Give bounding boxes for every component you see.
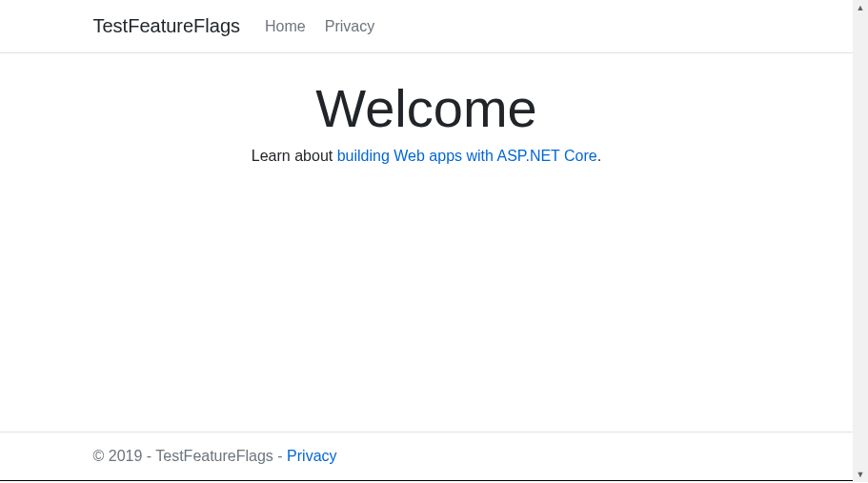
scroll-down-arrow-icon[interactable]: ▼ (853, 467, 868, 482)
nav-link-privacy[interactable]: Privacy (315, 10, 384, 43)
footer: © 2019 - TestFeatureFlags - Privacy (0, 432, 853, 480)
scroll-up-arrow-icon[interactable]: ▲ (853, 0, 868, 15)
nav-link-home[interactable]: Home (255, 10, 315, 43)
footer-privacy-link[interactable]: Privacy (287, 448, 336, 464)
main-content: Welcome Learn about building Web apps wi… (0, 53, 853, 432)
lead-link[interactable]: building Web apps with ASP.NET Core (337, 148, 597, 164)
page-wrapper: TestFeatureFlags Home Privacy Welcome Le… (0, 0, 853, 481)
lead-suffix: . (597, 148, 601, 164)
vertical-scrollbar[interactable]: ▲ ▼ (853, 0, 868, 482)
navbar: TestFeatureFlags Home Privacy (0, 0, 853, 53)
footer-copyright: © 2019 - TestFeatureFlags - (93, 448, 288, 464)
lead-text: Learn about building Web apps with ASP.N… (0, 148, 853, 165)
page-title: Welcome (0, 76, 853, 140)
footer-container: © 2019 - TestFeatureFlags - Privacy (79, 448, 775, 465)
navbar-brand[interactable]: TestFeatureFlags (93, 10, 241, 42)
lead-prefix: Learn about (252, 148, 337, 164)
navbar-container: TestFeatureFlags Home Privacy (79, 10, 775, 43)
